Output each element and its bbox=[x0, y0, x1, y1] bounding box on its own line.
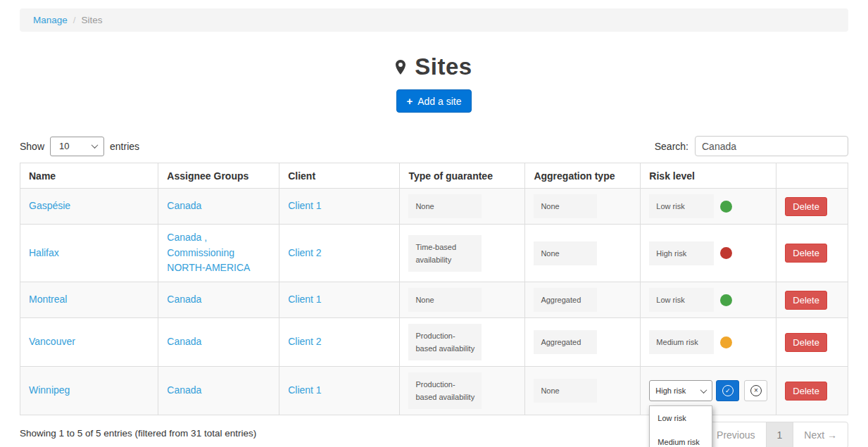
site-link[interactable]: Halifax bbox=[29, 247, 59, 258]
assignee-group-link[interactable]: Canada bbox=[167, 384, 201, 396]
assignee-group-link[interactable]: Canada bbox=[167, 294, 201, 305]
page-size-value: 10 bbox=[59, 141, 69, 151]
table-row: Winnipeg Canada Client 1 Production-base… bbox=[20, 367, 848, 415]
column-header-actions bbox=[776, 163, 848, 189]
column-header-aggregation: Aggregation type bbox=[525, 163, 641, 189]
table-row: Gaspésie Canada Client 1 None None Low r… bbox=[20, 189, 848, 225]
aggregation-editable[interactable]: None bbox=[534, 194, 597, 218]
search-input[interactable] bbox=[695, 136, 848, 156]
guarantee-editable[interactable]: Production-based availability bbox=[408, 324, 482, 360]
risk-select-value: High risk bbox=[655, 386, 686, 395]
risk-options-dropdown: Low risk Medium risk High risk bbox=[649, 405, 712, 447]
page-size-select[interactable]: 10 bbox=[50, 137, 104, 156]
plus-icon: + bbox=[406, 95, 413, 107]
map-pin-icon bbox=[396, 60, 405, 75]
client-link[interactable]: Client 2 bbox=[288, 336, 321, 347]
page: Manage/Sites Sites + Add a site Show 10 … bbox=[0, 0, 868, 447]
column-header-name: Name bbox=[20, 163, 158, 189]
risk-editable[interactable]: Low risk bbox=[649, 194, 714, 218]
delete-button[interactable]: Delete bbox=[785, 333, 827, 352]
delete-button[interactable]: Delete bbox=[785, 382, 827, 401]
guarantee-editable[interactable]: None bbox=[408, 194, 482, 218]
risk-editable[interactable]: Low risk bbox=[649, 288, 714, 312]
pagination-next-button[interactable]: Next → bbox=[793, 422, 848, 447]
breadcrumb-current: Sites bbox=[82, 15, 103, 25]
column-header-assignee-groups: Assignee Groups bbox=[158, 163, 279, 189]
assignee-group-link[interactable]: Canada bbox=[167, 336, 201, 347]
aggregation-editable[interactable]: Aggregated bbox=[534, 330, 597, 354]
delete-button[interactable]: Delete bbox=[785, 291, 827, 310]
risk-option-medium[interactable]: Medium risk bbox=[650, 430, 712, 447]
risk-option-low[interactable]: Low risk bbox=[650, 406, 712, 430]
x-circle-icon: × bbox=[750, 385, 762, 396]
risk-select[interactable]: High risk bbox=[649, 380, 712, 401]
pagination: ← Previous 1 Next → bbox=[693, 422, 848, 447]
aggregation-editable[interactable]: Aggregated bbox=[534, 288, 597, 312]
assignee-group-link[interactable]: Canada bbox=[167, 200, 201, 211]
sites-table: Name Assignee Groups Client Type of guar… bbox=[20, 163, 848, 415]
column-header-guarantee: Type of guarantee bbox=[400, 163, 525, 189]
risk-editable[interactable]: Medium risk bbox=[649, 330, 714, 354]
client-link[interactable]: Client 1 bbox=[288, 200, 321, 211]
breadcrumb-link-manage[interactable]: Manage bbox=[33, 15, 68, 25]
page-title: Sites bbox=[415, 53, 472, 80]
confirm-button[interactable]: ✓ bbox=[716, 380, 739, 401]
client-link[interactable]: Client 2 bbox=[288, 247, 321, 258]
entries-summary: Showing 1 to 5 of 5 entries (filtered fr… bbox=[20, 422, 256, 439]
add-site-button[interactable]: + Add a site bbox=[396, 89, 471, 113]
site-link[interactable]: Gaspésie bbox=[29, 200, 70, 211]
breadcrumb: Manage/Sites bbox=[20, 8, 848, 32]
guarantee-editable[interactable]: None bbox=[408, 288, 482, 312]
chevron-down-icon bbox=[700, 386, 707, 394]
show-label: Show bbox=[20, 141, 44, 152]
guarantee-editable[interactable]: Production-based availability bbox=[408, 372, 482, 409]
aggregation-editable[interactable]: None bbox=[534, 241, 597, 265]
add-site-label: Add a site bbox=[417, 96, 461, 107]
client-link[interactable]: Client 1 bbox=[288, 384, 321, 396]
breadcrumb-separator: / bbox=[73, 15, 76, 25]
risk-dot-green-icon bbox=[720, 294, 732, 306]
table-row: Montreal Canada Client 1 None Aggregated… bbox=[20, 282, 848, 318]
column-header-risk-level: Risk level bbox=[641, 163, 776, 189]
assignee-group-link[interactable]: Canada , Commissioning NORTH-AMERICA bbox=[167, 232, 250, 273]
client-link[interactable]: Client 1 bbox=[288, 294, 321, 305]
column-header-client: Client bbox=[279, 163, 400, 189]
guarantee-editable[interactable]: Time-based availability bbox=[408, 235, 482, 272]
risk-inline-editor: High risk ✓ × Low risk Medium risk Hi bbox=[649, 380, 767, 401]
risk-editable[interactable]: High risk bbox=[649, 241, 714, 265]
delete-button[interactable]: Delete bbox=[785, 244, 827, 263]
cancel-button[interactable]: × bbox=[744, 380, 767, 401]
chevron-down-icon bbox=[92, 141, 99, 149]
site-link[interactable]: Winnipeg bbox=[29, 384, 70, 396]
risk-dot-orange-icon bbox=[720, 336, 732, 348]
search-label: Search: bbox=[655, 141, 688, 152]
risk-dot-red-icon bbox=[720, 247, 732, 259]
check-circle-icon: ✓ bbox=[722, 385, 734, 396]
pagination-page-1-button[interactable]: 1 bbox=[766, 422, 794, 447]
table-row: Vancouver Canada Client 2 Production-bas… bbox=[20, 318, 848, 367]
aggregation-editable[interactable]: None bbox=[534, 379, 597, 403]
site-link[interactable]: Vancouver bbox=[29, 336, 75, 347]
risk-dot-green-icon bbox=[720, 201, 732, 213]
delete-button[interactable]: Delete bbox=[785, 197, 827, 216]
table-header-row: Name Assignee Groups Client Type of guar… bbox=[20, 163, 848, 189]
site-link[interactable]: Montreal bbox=[29, 294, 67, 305]
entries-label: entries bbox=[110, 141, 139, 152]
table-row: Halifax Canada , Commissioning NORTH-AME… bbox=[20, 225, 848, 282]
